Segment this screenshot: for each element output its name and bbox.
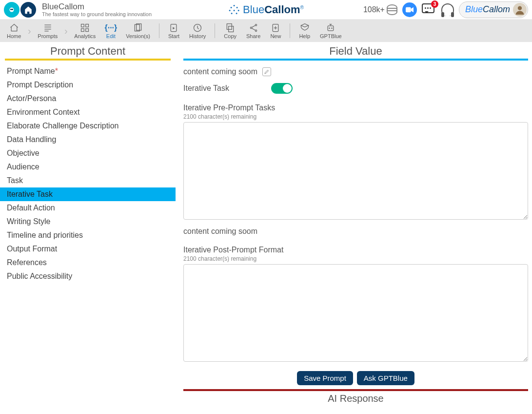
help-icon xyxy=(299,22,310,33)
toolbar-share[interactable]: Share xyxy=(241,21,265,40)
field-item-task[interactable]: Task xyxy=(0,174,176,187)
new-doc-icon xyxy=(270,22,281,33)
field-item-timeline-and-priorities[interactable]: Timeline and priorities xyxy=(0,228,176,242)
toolbar-new[interactable]: New xyxy=(265,21,286,40)
user-menu[interactable]: BlueCallom xyxy=(459,1,528,18)
video-call-button[interactable] xyxy=(402,2,417,17)
svg-point-2 xyxy=(10,8,12,10)
toolbar: Home › Prompts › Analytics {···} Edit Ve… xyxy=(0,20,532,42)
iterative-task-label: Iterative Task xyxy=(183,84,266,93)
content-coming-soon-2: content coming soom xyxy=(183,227,528,236)
field-value-column: Field Value content coming soom Iterativ… xyxy=(176,42,532,414)
versions-icon xyxy=(133,22,143,33)
toolbar-history[interactable]: History xyxy=(184,21,211,40)
app-avatar-icon[interactable] xyxy=(4,2,20,18)
ai-response-title: AI Response xyxy=(183,389,528,404)
toolbar-separator xyxy=(159,23,159,38)
brand-subtitle: The fastest way to ground breaking innov… xyxy=(42,11,152,17)
chevron-right-icon: › xyxy=(26,21,33,41)
history-icon xyxy=(192,22,203,33)
svg-point-3 xyxy=(12,8,13,10)
field-item-prompt-name[interactable]: Prompt Name* xyxy=(0,64,176,78)
required-asterisk: * xyxy=(55,67,58,75)
grid-icon xyxy=(79,22,90,33)
pre-chars-remaining: 2100 character(s) remaining xyxy=(183,113,528,120)
center-logo-text: BlueCallom® xyxy=(243,3,304,16)
neuron-count: 108k+ xyxy=(363,5,385,14)
field-item-public-accessibility[interactable]: Public Accessibility xyxy=(0,269,176,283)
prompt-content-column: Prompt Content Prompt Name*Prompt Descri… xyxy=(0,42,176,414)
field-item-data-handling[interactable]: Data Handling xyxy=(0,133,176,146)
edit-braces-icon: {···} xyxy=(105,22,116,33)
database-icon xyxy=(387,4,397,15)
content-coming-soon-1: content coming soom xyxy=(183,67,257,76)
svg-rect-6 xyxy=(81,24,84,27)
toolbar-home[interactable]: Home xyxy=(2,21,26,40)
brand-block: BlueCallom The fastest way to ground bre… xyxy=(42,2,152,17)
share-icon xyxy=(248,22,259,33)
prompt-content-title: Prompt Content xyxy=(5,44,171,61)
ask-gptblue-button[interactable]: Ask GPTBlue xyxy=(357,371,414,385)
robot-icon xyxy=(325,22,336,33)
field-item-actor-persona[interactable]: Actor/Persona xyxy=(0,92,176,105)
post-prompt-label: Iterative Post-Prompt Format xyxy=(183,246,528,254)
svg-rect-20 xyxy=(328,26,334,31)
support-headset-icon[interactable] xyxy=(441,3,454,16)
top-bar-left: BlueCallom The fastest way to ground bre… xyxy=(4,2,152,18)
post-prompt-textarea[interactable] xyxy=(183,264,528,362)
field-item-default-action[interactable]: Default Action xyxy=(0,201,176,215)
top-bar: BlueCallom The fastest way to ground bre… xyxy=(0,0,532,20)
svg-rect-7 xyxy=(86,24,89,27)
home-icon xyxy=(9,22,20,33)
field-item-objective[interactable]: Objective xyxy=(0,146,176,160)
iterative-task-toggle[interactable] xyxy=(271,83,293,94)
pre-prompt-textarea[interactable] xyxy=(183,122,528,220)
user-avatar-icon xyxy=(513,3,527,17)
pre-prompt-label: Iterative Pre-Prompt Tasks xyxy=(183,104,528,112)
neuron-counter: 108k+ xyxy=(363,4,397,15)
field-item-iterative-task[interactable]: Iterative Task xyxy=(0,187,176,201)
toolbar-copy[interactable]: Copy xyxy=(219,21,241,40)
edit-pencil-icon[interactable] xyxy=(262,67,271,76)
svg-rect-8 xyxy=(81,29,84,32)
list-icon xyxy=(42,22,53,33)
top-bar-right: 108k+ 3 BlueCallom xyxy=(363,1,528,18)
top-bar-center-logo: BlueCallom® xyxy=(228,3,304,16)
svg-point-22 xyxy=(332,28,333,29)
toolbar-versions[interactable]: Version(s) xyxy=(121,21,155,40)
svg-rect-15 xyxy=(227,24,232,30)
field-item-environment-context[interactable]: Environment Context xyxy=(0,105,176,119)
toolbar-analytics[interactable]: Analytics xyxy=(69,21,100,40)
toolbar-gptblue[interactable]: GPTBlue xyxy=(315,21,347,40)
chevron-right-icon: › xyxy=(62,21,69,41)
toolbar-separator xyxy=(290,23,290,38)
field-item-writing-style[interactable]: Writing Style xyxy=(0,215,176,228)
chat-button[interactable]: 3 xyxy=(422,3,436,16)
toolbar-start[interactable]: Start xyxy=(163,21,184,40)
field-value-title: Field Value xyxy=(183,44,528,61)
svg-rect-4 xyxy=(406,7,411,12)
toolbar-prompts[interactable]: Prompts xyxy=(33,21,62,40)
field-list: Prompt Name*Prompt DescriptionActor/Pers… xyxy=(0,61,176,287)
save-prompt-button[interactable]: Save Prompt xyxy=(297,371,353,385)
field-item-prompt-description[interactable]: Prompt Description xyxy=(0,78,176,92)
post-chars-remaining: 2100 character(s) remaining xyxy=(183,255,528,262)
toolbar-edit[interactable]: {···} Edit xyxy=(100,21,121,40)
field-item-audience[interactable]: Audience xyxy=(0,160,176,174)
brand-title: BlueCallom xyxy=(42,2,152,12)
chat-badge: 3 xyxy=(431,0,438,8)
svg-rect-14 xyxy=(229,26,234,32)
toolbar-help[interactable]: Help xyxy=(294,21,315,40)
field-item-references[interactable]: References xyxy=(0,256,176,269)
main-area: Prompt Content Prompt Name*Prompt Descri… xyxy=(0,42,532,414)
field-item-output-format[interactable]: Output Format xyxy=(0,242,176,256)
field-item-elaborate-challenge-description[interactable]: Elaborate Challenge Description xyxy=(0,119,176,133)
copy-icon xyxy=(225,22,236,33)
svg-point-21 xyxy=(329,28,331,29)
home-avatar-icon[interactable] xyxy=(20,2,36,18)
clipboard-play-icon xyxy=(168,22,179,33)
svg-point-1 xyxy=(10,7,14,12)
svg-point-5 xyxy=(518,6,522,10)
toolbar-separator xyxy=(215,23,215,38)
svg-rect-9 xyxy=(86,29,89,32)
